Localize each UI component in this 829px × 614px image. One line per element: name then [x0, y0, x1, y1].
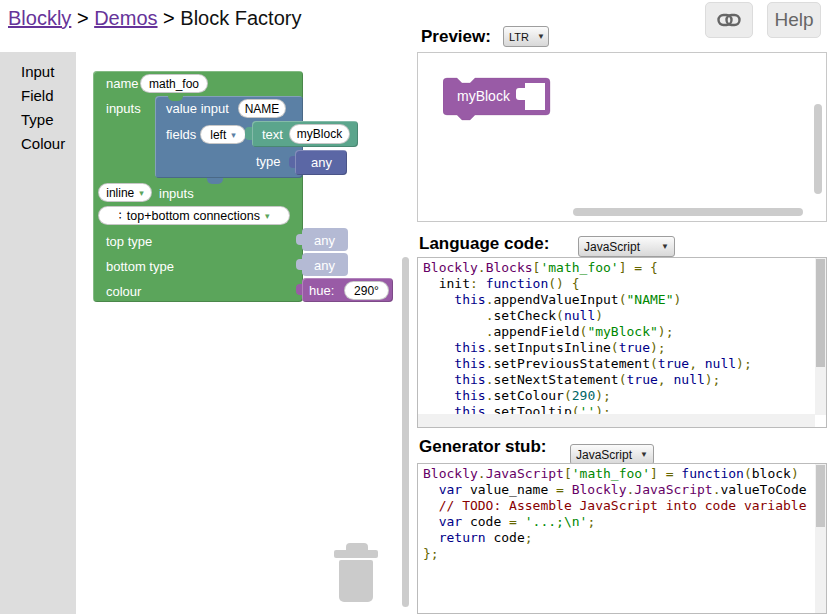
- language-code-hscrollbar-track[interactable]: [418, 414, 815, 427]
- chain-link-icon: [717, 13, 741, 27]
- inline-inputs-label: inputs: [159, 186, 194, 201]
- code-line: Blockly.Blocks['math_foo'] = {: [423, 260, 752, 276]
- statement-bottom-notch: [207, 178, 223, 184]
- generator-stub-vscrollbar-thumb[interactable]: [816, 465, 825, 527]
- name-label: name: [106, 76, 139, 91]
- breadcrumb-separator: >: [158, 7, 181, 29]
- hue-value-field[interactable]: 290°: [344, 281, 389, 300]
- code-line: // TODO: Assemble JavaScript into code v…: [423, 498, 807, 514]
- code-line: var code = '...;\n';: [423, 514, 807, 530]
- field-text-value[interactable]: myBlock: [289, 124, 350, 144]
- toolbox: InputFieldTypeColour: [0, 52, 76, 614]
- help-button[interactable]: Help: [767, 2, 821, 38]
- breadcrumb-separator: >: [71, 7, 94, 29]
- code-line: };: [423, 546, 807, 562]
- connections-dropdown[interactable]: ∶ top+bottom connections: [98, 206, 290, 225]
- updown-arrows-icon: ∶: [119, 208, 122, 223]
- bottom-type-label: bottom type: [106, 259, 174, 274]
- block-factory-page: Blockly > Demos > Block Factory Help Inp…: [0, 0, 829, 614]
- preview-horizontal-scrollbar[interactable]: [573, 208, 803, 216]
- preview-heading: Preview:: [421, 27, 491, 47]
- chevron-down-icon: ▼: [661, 242, 669, 251]
- code-line: var value_name = Blockly.JavaScript.valu…: [423, 482, 807, 498]
- fields-label: fields: [166, 127, 196, 142]
- preview-block-label: myBlock: [457, 88, 510, 104]
- generator-stub-heading: Generator stub:: [419, 437, 547, 457]
- generator-select-value: JavaScript: [576, 448, 632, 462]
- code-line: .setCheck(null): [423, 308, 752, 324]
- code-line: this.setColour(290);: [423, 388, 752, 404]
- top-type-label: top type: [106, 234, 152, 249]
- direction-select[interactable]: LTR ▼: [503, 26, 549, 47]
- type-label: type: [256, 154, 281, 169]
- breadcrumb-item-blockly[interactable]: Blockly: [8, 7, 71, 29]
- code-line: this.setPreviousStatement(true, null);: [423, 356, 752, 372]
- code-line: .appendField("myBlock");: [423, 324, 752, 340]
- language-code-vscrollbar-thumb[interactable]: [816, 259, 825, 367]
- code-line: this.setNextStatement(true, null);: [423, 372, 752, 388]
- inline-dropdown[interactable]: inline: [98, 183, 152, 202]
- colour-label: colour: [106, 284, 141, 299]
- toolbox-category-colour[interactable]: Colour: [0, 132, 76, 156]
- code-line: this.setInputsInline(true);: [423, 340, 752, 356]
- text-label: text: [262, 127, 283, 142]
- generator-stub-content: Blockly.JavaScript['math_foo'] = functio…: [423, 466, 807, 562]
- top-type-any-label: any: [314, 233, 335, 248]
- connections-dropdown-label: top+bottom connections: [127, 209, 260, 223]
- workspace-vertical-scrollbar[interactable]: [402, 257, 409, 607]
- breadcrumb: Blockly > Demos > Block Factory: [8, 7, 301, 30]
- hue-label: hue:: [309, 283, 334, 298]
- fields-align-dropdown[interactable]: left: [200, 125, 246, 144]
- language-select-value: JavaScript: [584, 240, 640, 254]
- generator-stub-pane: Blockly.JavaScript['math_foo'] = functio…: [417, 463, 827, 614]
- breadcrumb-item-demos[interactable]: Demos: [94, 7, 157, 29]
- chevron-down-icon: ▼: [537, 32, 545, 41]
- link-button[interactable]: [705, 2, 753, 38]
- inputs-label: inputs: [106, 101, 141, 116]
- type-any-label: any: [311, 155, 332, 170]
- chevron-down-icon: ▼: [640, 450, 648, 459]
- value-input-label: value input: [166, 101, 229, 116]
- language-code-content: Blockly.Blocks['math_foo'] = { init: fun…: [423, 260, 752, 420]
- block-name-field[interactable]: math_foo: [140, 74, 208, 93]
- code-line: init: function() {: [423, 276, 752, 292]
- language-code-heading: Language code:: [419, 234, 549, 254]
- code-line: Blockly.JavaScript['math_foo'] = functio…: [423, 466, 807, 482]
- language-select[interactable]: JavaScript ▼: [578, 236, 675, 257]
- breadcrumb-item-block-factory: Block Factory: [180, 7, 301, 29]
- language-code-pane: Blockly.Blocks['math_foo'] = { init: fun…: [417, 257, 827, 428]
- generator-select[interactable]: JavaScript ▼: [570, 444, 654, 465]
- toolbox-category-field[interactable]: Field: [0, 84, 76, 108]
- toolbox-category-input[interactable]: Input: [0, 60, 76, 84]
- input-name-field[interactable]: NAME: [238, 99, 286, 118]
- code-line: return code;: [423, 530, 807, 546]
- direction-select-value: LTR: [509, 31, 529, 43]
- bottom-type-any-label: any: [314, 258, 335, 273]
- code-line: this.appendValueInput("NAME"): [423, 292, 752, 308]
- toolbox-category-type[interactable]: Type: [0, 108, 76, 132]
- preview-vertical-scrollbar[interactable]: [814, 104, 822, 194]
